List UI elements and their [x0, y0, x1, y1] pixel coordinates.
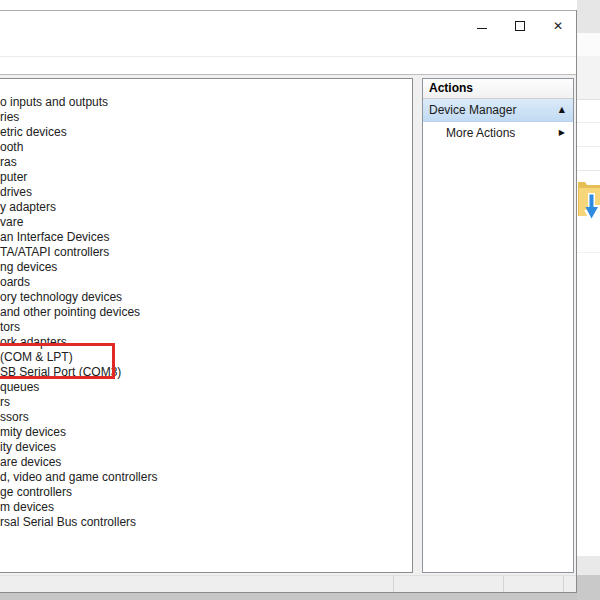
tree-item[interactable]: ory technology devices — [0, 290, 122, 305]
close-icon: ✕ — [553, 20, 563, 32]
background-window-row — [577, 123, 600, 147]
actions-group-label: Device Manager — [429, 103, 516, 117]
maximize-icon — [515, 21, 525, 31]
minimize-icon — [477, 28, 487, 29]
tree-item[interactable]: ries — [0, 110, 19, 125]
background-window-strip — [577, 575, 600, 600]
tree-item[interactable]: puter — [0, 170, 27, 185]
status-bar-separator — [503, 575, 504, 592]
toolbar-strip — [0, 57, 577, 75]
tree-item[interactable]: etric devices — [0, 125, 67, 140]
tree-item[interactable]: mity devices — [0, 425, 66, 440]
tree-item[interactable]: tors — [0, 320, 20, 335]
tree-item[interactable]: ge controllers — [0, 485, 72, 500]
tree-item[interactable]: and other pointing devices — [0, 305, 140, 320]
tree-item[interactable]: ng devices — [0, 260, 57, 275]
more-actions-item[interactable]: More Actions ▶ — [423, 122, 573, 143]
device-tree-panel: o inputs and outputsriesetric devicesoot… — [0, 78, 413, 573]
tree-item[interactable]: o inputs and outputs — [0, 95, 108, 110]
expand-icon[interactable]: ▶ — [559, 129, 565, 137]
window-right-border — [576, 10, 577, 593]
actions-pane-title: Actions — [423, 79, 573, 99]
actions-group-device-manager[interactable]: Device Manager ▲ — [423, 99, 573, 122]
background-window-row — [577, 100, 600, 123]
tree-item[interactable]: TA/ATAPI controllers — [0, 245, 109, 260]
tree-item[interactable]: an Interface Devices — [0, 230, 109, 245]
download-folder-icon[interactable] — [578, 176, 600, 222]
screen: ✕ o inputs and outputsriesetric deviceso… — [0, 0, 600, 600]
background-window-strip — [577, 253, 600, 556]
background-window-strip — [577, 56, 600, 100]
tree-item[interactable]: m devices — [0, 500, 54, 515]
status-bar-separator — [393, 575, 394, 592]
close-button[interactable]: ✕ — [542, 12, 574, 40]
tree-item[interactable]: ooth — [0, 140, 23, 155]
tree-item[interactable]: d, video and game controllers — [0, 470, 157, 485]
tree-item[interactable]: ssors — [0, 410, 29, 425]
background-window-strip — [577, 33, 600, 56]
tree-item[interactable]: drives — [0, 185, 32, 200]
tree-item[interactable]: y adapters — [0, 200, 56, 215]
tree-item[interactable]: oards — [0, 275, 30, 290]
more-actions-label: More Actions — [446, 126, 515, 140]
tree-item[interactable]: queues — [0, 380, 39, 395]
status-bar — [0, 575, 577, 592]
tree-item[interactable]: ity devices — [0, 440, 56, 455]
background-window-strip — [577, 556, 600, 575]
tree-item[interactable]: rsal Serial Bus controllers — [0, 515, 136, 530]
desktop-strip — [0, 593, 577, 600]
maximize-button[interactable] — [504, 12, 536, 40]
minimize-button[interactable] — [466, 12, 498, 40]
background-window-strip — [577, 0, 600, 33]
status-bar-separator — [563, 575, 564, 592]
tree-item[interactable]: vare — [0, 215, 23, 230]
background-window-row — [577, 147, 600, 171]
tree-item[interactable]: rs — [0, 395, 10, 410]
tree-item[interactable]: are devices — [0, 455, 61, 470]
tree-item[interactable]: ras — [0, 155, 17, 170]
collapse-icon[interactable]: ▲ — [559, 106, 565, 114]
actions-pane: Actions Device Manager ▲ More Actions ▶ — [422, 78, 574, 573]
highlight-rectangle — [0, 343, 115, 379]
